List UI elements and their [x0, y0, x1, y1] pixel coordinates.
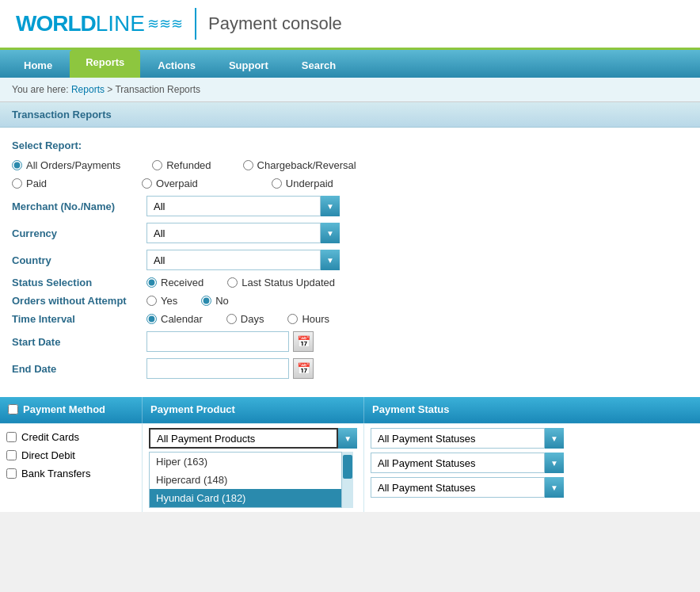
attempt-yes-option[interactable]: Yes	[146, 295, 177, 307]
attempt-no-radio[interactable]	[201, 296, 211, 306]
payment-status-1-wrapper: ▼	[371, 428, 694, 449]
start-date-label: Start Date	[12, 336, 139, 348]
payment-method-bank-transfers: Bank Transfers	[6, 464, 135, 483]
payment-status-1-btn[interactable]: ▼	[545, 428, 564, 449]
credit-cards-checkbox[interactable]	[6, 432, 17, 442]
nav-search[interactable]: Search	[286, 53, 352, 78]
country-input[interactable]	[146, 250, 321, 270]
payment-status-3-btn[interactable]: ▼	[545, 477, 564, 498]
time-days-radio[interactable]	[226, 314, 237, 324]
status-selection-row: Status Selection Received Last Status Up…	[12, 277, 688, 288]
th-payment-method-label: Payment Method	[23, 403, 105, 415]
attempt-yes-radio[interactable]	[146, 296, 157, 306]
payment-status-2-btn[interactable]: ▼	[545, 453, 564, 473]
end-date-input[interactable]	[146, 358, 289, 379]
report-option-paid[interactable]: Paid	[12, 178, 47, 189]
pp-item-hyundai[interactable]: Hyundai Card (182)	[150, 489, 341, 507]
merchant-row: Merchant (No./Name) ▼	[12, 196, 688, 216]
payment-product-input[interactable]	[149, 428, 338, 449]
start-date-row: Start Date 📅	[12, 331, 688, 352]
breadcrumb: You are here: Reports > Transaction Repo…	[0, 78, 700, 102]
time-days-option[interactable]: Days	[226, 313, 264, 325]
currency-row: Currency ▼	[12, 223, 688, 243]
report-radio-paid[interactable]	[12, 178, 22, 189]
status-received-option[interactable]: Received	[146, 277, 204, 288]
report-option-refunded[interactable]: Refunded	[152, 159, 211, 171]
time-interval-options: Calendar Days Hours	[146, 313, 329, 325]
start-date-calendar-icon[interactable]: 📅	[293, 331, 314, 352]
payment-status-2-input[interactable]	[371, 453, 545, 473]
breadcrumb-current: Transaction Reports	[115, 84, 200, 95]
bank-transfers-checkbox[interactable]	[6, 468, 17, 479]
attempt-no-label: No	[215, 295, 229, 307]
header: WORLD LINE ≋≋≋ Payment console	[0, 0, 700, 50]
status-received-radio[interactable]	[146, 277, 157, 288]
pp-scrollbar[interactable]	[342, 452, 353, 508]
payment-product-list: Hiper (163) Hipercard (148) Hyundai Card…	[149, 452, 342, 508]
status-last-updated-radio[interactable]	[227, 277, 238, 288]
nav-actions[interactable]: Actions	[142, 53, 211, 78]
attempt-no-option[interactable]: No	[201, 295, 229, 307]
time-calendar-radio[interactable]	[146, 314, 157, 324]
table-header: Payment Method Payment Product Payment S…	[0, 397, 700, 423]
direct-debit-checkbox[interactable]	[6, 450, 17, 460]
payment-method-select-all-checkbox[interactable]	[8, 404, 18, 414]
report-option-underpaid[interactable]: Underpaid	[272, 178, 333, 189]
payment-status-3-input[interactable]	[371, 477, 545, 498]
form-area: Select Report: All Orders/Payments Refun…	[0, 128, 700, 397]
logo-subtitle: Payment console	[208, 13, 342, 34]
payment-product-dropdown-btn[interactable]: ▼	[338, 428, 357, 449]
report-option-all-orders[interactable]: All Orders/Payments	[12, 159, 120, 171]
status-selection-label: Status Selection	[12, 277, 139, 288]
end-date-wrapper: 📅	[146, 358, 314, 379]
report-option-chargeback[interactable]: Chargeback/Reversal	[243, 159, 356, 171]
bank-transfers-label: Bank Transfers	[21, 468, 90, 479]
currency-input[interactable]	[146, 223, 321, 243]
time-calendar-option[interactable]: Calendar	[146, 313, 203, 325]
pp-item-hiper[interactable]: Hiper (163)	[150, 453, 341, 471]
nav-support[interactable]: Support	[213, 53, 284, 78]
end-date-calendar-icon[interactable]: 📅	[293, 358, 314, 379]
breadcrumb-prefix: You are here:	[12, 84, 71, 95]
currency-select-wrapper: ▼	[146, 223, 340, 243]
th-payment-status: Payment Status	[364, 397, 700, 423]
nav-reports[interactable]: Reports	[70, 50, 140, 78]
status-selection-options: Received Last Status Updated	[146, 277, 335, 288]
orders-without-attempt-row: Orders without Attempt Yes No	[12, 295, 688, 307]
country-dropdown-btn[interactable]: ▼	[321, 250, 340, 270]
report-label-underpaid: Underpaid	[286, 178, 333, 189]
nav-home[interactable]: Home	[8, 53, 68, 78]
section-header: Transaction Reports	[0, 102, 700, 128]
report-label-refunded: Refunded	[166, 159, 211, 171]
time-hours-radio[interactable]	[287, 314, 298, 324]
start-date-input[interactable]	[146, 331, 289, 352]
report-radio-all-orders[interactable]	[12, 160, 22, 170]
merchant-dropdown-btn[interactable]: ▼	[321, 196, 340, 216]
report-radio-overpaid[interactable]	[142, 178, 152, 189]
report-radio-chargeback[interactable]	[243, 160, 253, 170]
merchant-label: Merchant (No./Name)	[12, 201, 139, 212]
breadcrumb-sep: >	[107, 84, 115, 95]
payment-status-1-input[interactable]	[371, 428, 545, 449]
time-calendar-label: Calendar	[161, 313, 203, 325]
main-content: Transaction Reports Select Report: All O…	[0, 102, 700, 512]
attempt-yes-label: Yes	[161, 295, 177, 307]
nav-bar: Home Reports Actions Support Search	[0, 50, 700, 78]
merchant-input[interactable]	[146, 196, 321, 216]
breadcrumb-reports[interactable]: Reports	[71, 84, 105, 95]
report-label-all-orders: All Orders/Payments	[26, 159, 120, 171]
report-option-overpaid[interactable]: Overpaid	[142, 178, 198, 189]
end-date-label: End Date	[12, 363, 139, 375]
report-radio-refunded[interactable]	[152, 160, 162, 170]
orders-without-attempt-label: Orders without Attempt	[12, 295, 139, 307]
payment-status-2-wrapper: ▼	[371, 453, 694, 473]
currency-dropdown-btn[interactable]: ▼	[321, 223, 340, 243]
report-row-2: Paid Overpaid Underpaid	[12, 178, 688, 189]
status-last-updated-option[interactable]: Last Status Updated	[227, 277, 335, 288]
time-hours-option[interactable]: Hours	[287, 313, 329, 325]
payment-product-select-wrapper: ▼	[149, 428, 357, 449]
payment-methods-column: Credit Cards Direct Debit Bank Transfers	[0, 424, 143, 512]
report-radio-underpaid[interactable]	[272, 178, 282, 189]
table-body-row: Credit Cards Direct Debit Bank Transfers…	[0, 423, 700, 512]
pp-item-hipercard[interactable]: Hipercard (148)	[150, 471, 341, 489]
